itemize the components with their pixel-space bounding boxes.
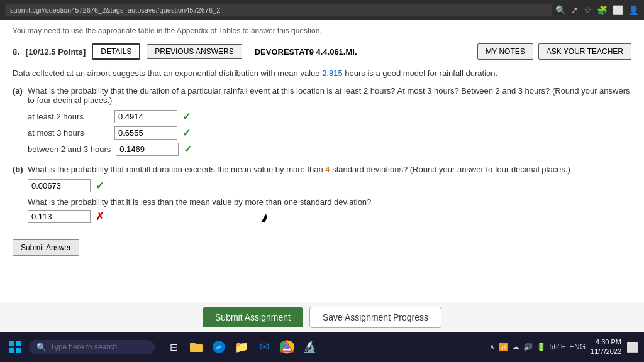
browser-bar: submit.cgi#question4572676_2&tags=autosa… — [0, 0, 644, 20]
input-at-most-3[interactable] — [114, 126, 177, 140]
svg-rect-1 — [16, 341, 21, 346]
part-b-question-2: What is the probability that it is less … — [28, 197, 631, 207]
intro-text: Data collected at an airport suggests th… — [13, 67, 631, 80]
cloud-icon: ☁ — [512, 343, 519, 351]
part-a-label: (a) What is the probability that the dur… — [13, 86, 631, 105]
input-b2[interactable] — [28, 210, 91, 223]
mean-value: 2.815 — [322, 69, 343, 78]
right-buttons: MY NOTES ASK YOUR TEACHER — [477, 43, 631, 60]
cross-icon-b2: ✗ — [96, 211, 104, 222]
part-b-label: (b) What is the probability that rainfal… — [13, 165, 631, 174]
taskbar-search-box[interactable]: 🔍 — [29, 340, 155, 354]
question-header: 8. [10/12.5 Points] DETAILS PREVIOUS ANS… — [13, 43, 631, 60]
check-icon-b1: ✓ — [96, 180, 104, 192]
chevron-up-icon[interactable]: ∧ — [489, 343, 495, 351]
label-at-least-2: at least 2 hours — [28, 112, 109, 121]
answer-row-2: at most 3 hours ✓ — [28, 126, 631, 140]
share-icon[interactable]: ↗ — [571, 5, 579, 15]
points-label: [10/12.5 Points] — [26, 47, 86, 57]
ask-teacher-button[interactable]: ASK YOUR TEACHER — [538, 43, 631, 60]
answer-row-1: at least 2 hours ✓ — [28, 110, 631, 123]
part-b-question-1: What is the probability that rainfall du… — [28, 165, 570, 174]
chrome-icon[interactable] — [277, 337, 297, 357]
previous-answers-tab[interactable]: PREVIOUS ANSWERS — [147, 44, 242, 59]
time-display: 4:30 PM — [591, 337, 621, 347]
language-label: ENG — [569, 343, 586, 351]
extension-icon[interactable]: 🧩 — [597, 5, 608, 15]
input-b1[interactable] — [28, 179, 91, 192]
taskbar-search-input[interactable] — [50, 343, 138, 351]
part-b: (b) What is the probability that rainfal… — [13, 165, 631, 223]
weather-label: 56°F — [550, 343, 565, 351]
date-display: 11/7/2022 — [591, 347, 621, 356]
part-a: (a) What is the probability that the dur… — [13, 86, 631, 156]
top-note: You may need to use the appropriate tabl… — [13, 26, 631, 38]
svg-rect-5 — [194, 344, 203, 352]
label-at-most-3: at most 3 hours — [28, 128, 109, 138]
url-bar[interactable]: submit.cgi#question4572676_2&tags=autosa… — [5, 4, 552, 16]
taskbar-time: 4:30 PM 11/7/2022 — [591, 337, 621, 357]
submit-assignment-button[interactable]: Submit Assignment — [203, 307, 303, 327]
notification-button[interactable]: ⬜ — [626, 341, 639, 353]
check-icon-2: ✓ — [182, 127, 191, 139]
speaker-icon[interactable]: 🔊 — [523, 343, 533, 351]
science-icon[interactable]: 🔬 — [299, 337, 319, 357]
taskbar-app-icons: ⊟ 📁 ✉ 🔬 — [164, 337, 319, 357]
my-notes-button[interactable]: MY NOTES — [477, 43, 533, 60]
input-at-least-2[interactable] — [114, 110, 177, 123]
label-between-2-3: between 2 and 3 hours — [28, 145, 111, 154]
system-tray-icons: ∧ 📶 ☁ 🔊 🔋 56°F ENG — [489, 343, 586, 351]
files-icon[interactable]: 📁 — [231, 337, 252, 357]
battery-icon[interactable]: 🔋 — [536, 343, 546, 351]
save-progress-button[interactable]: Save Assignment Progress — [309, 307, 441, 328]
answer-row-b2: ✗ — [28, 210, 631, 223]
submit-answer-button[interactable]: Submit Answer — [13, 239, 79, 256]
answer-row-3: between 2 and 3 hours ✓ — [28, 143, 631, 156]
search-icon: 🔍 — [36, 343, 47, 352]
action-bar: Submit Assignment Save Assignment Progre… — [0, 302, 644, 332]
edge-icon[interactable] — [209, 337, 229, 357]
svg-rect-3 — [16, 348, 21, 353]
windows-button[interactable] — [5, 337, 25, 357]
explorer-icon[interactable] — [186, 337, 206, 357]
input-between-2-3[interactable] — [116, 143, 179, 156]
taskbar: 🔍 ⊟ 📁 ✉ 🔬 — [0, 332, 644, 362]
details-tab[interactable]: DETAILS — [92, 43, 140, 60]
taskbar-right: ∧ 📶 ☁ 🔊 🔋 56°F ENG 4:30 PM 11/7/2022 ⬜ — [489, 337, 639, 357]
browser-icons: 🔍 ↗ ☆ 🧩 ⬜ 👤 — [555, 5, 639, 15]
svg-rect-2 — [9, 348, 14, 353]
question-number: 8. — [13, 47, 19, 57]
main-content: You may need to use the appropriate tabl… — [0, 20, 644, 302]
search-icon[interactable]: 🔍 — [555, 5, 566, 15]
mail-icon[interactable]: ✉ — [254, 337, 274, 357]
window-icon[interactable]: ⬜ — [613, 5, 623, 15]
check-icon-3: ✓ — [184, 143, 192, 155]
star-icon[interactable]: ☆ — [584, 5, 592, 15]
answer-row-b1: ✓ — [28, 179, 631, 192]
svg-rect-0 — [9, 341, 14, 346]
check-icon-1: ✓ — [182, 111, 191, 123]
network-icon[interactable]: 📶 — [499, 343, 508, 351]
task-view-icon[interactable]: ⊟ — [164, 337, 184, 357]
profile-icon[interactable]: 👤 — [628, 5, 639, 15]
question-code: DEVORESTAT9 4.4.061.MI. — [255, 47, 357, 57]
